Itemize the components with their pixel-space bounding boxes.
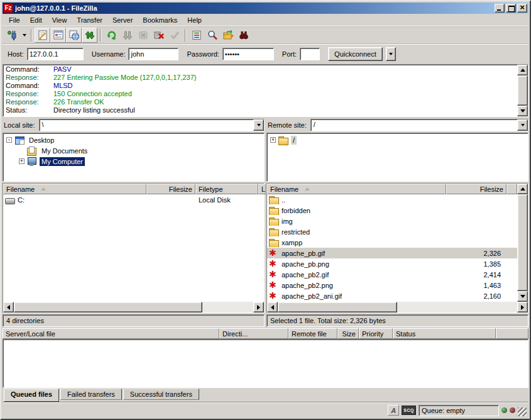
scrollbar-thumb[interactable] <box>517 194 528 291</box>
column-header-filesize[interactable]: Filesize <box>146 184 195 194</box>
tab-queued-files[interactable]: Queued files <box>4 389 59 402</box>
column-header-directi[interactable]: Directi... <box>219 328 288 339</box>
scroll-left-button[interactable] <box>267 302 278 312</box>
close-button[interactable] <box>517 4 527 13</box>
column-header-remote-file[interactable]: Remote file <box>288 328 337 339</box>
toggle-transfer-queue-button[interactable] <box>82 28 97 43</box>
toggle-remote-tree-button[interactable] <box>66 28 82 43</box>
scrollbar-track[interactable] <box>202 302 253 312</box>
menu-item-server[interactable]: Server <box>107 15 138 25</box>
tab-failed-transfers[interactable]: Failed transfers <box>60 389 122 400</box>
username-input[interactable] <box>128 48 178 60</box>
file-row-c[interactable]: C:Local Disk <box>3 194 264 205</box>
scroll-up-button[interactable] <box>517 65 528 75</box>
remote-horizontal-scrollbar[interactable] <box>267 302 528 312</box>
menu-item-help[interactable]: Help <box>182 15 207 25</box>
menu-item-bookmarks[interactable]: Bookmarks <box>138 15 182 25</box>
menu-item-edit[interactable]: Edit <box>25 15 47 25</box>
column-header-size[interactable]: Size <box>337 328 359 339</box>
expand-icon[interactable]: + <box>270 137 276 143</box>
menu-item-view[interactable]: View <box>47 15 72 25</box>
quickconnect-dropdown-button[interactable] <box>386 47 396 61</box>
process-queue-button[interactable] <box>119 28 135 43</box>
scrollbar-thumb[interactable] <box>14 302 202 312</box>
combo-dropdown-button[interactable] <box>253 119 264 131</box>
log-line-text: 227 Entering Passive Mode (127,0,0,1,17,… <box>53 74 196 82</box>
column-header-server-local-file[interactable]: Server/Local file <box>3 328 219 339</box>
file-search-button[interactable] <box>204 28 220 43</box>
toggle-local-tree-button[interactable] <box>50 28 66 43</box>
tree-item-desktop[interactable]: -Desktop <box>4 135 263 145</box>
find-files-button[interactable] <box>236 28 251 43</box>
queue-header: Server/Local fileDirecti...Remote fileSi… <box>3 328 528 339</box>
chevron-down-icon <box>23 34 26 38</box>
scroll-down-button[interactable] <box>517 291 528 302</box>
maximize-button[interactable] <box>506 4 516 13</box>
menu-item-transfer[interactable]: Transfer <box>72 15 107 25</box>
file-row-apache-pb-gif[interactable]: apache_pb.gif2,326 <box>267 248 517 258</box>
local-horizontal-scrollbar[interactable] <box>3 302 264 312</box>
file-row-apache-pb2-ani-gif[interactable]: apache_pb2_ani.gif2,160 <box>267 290 517 301</box>
collapse-icon[interactable]: - <box>6 137 12 143</box>
filename-filters-button[interactable] <box>189 28 204 43</box>
cancel-operation-button[interactable] <box>135 28 151 43</box>
tree-item-item[interactable]: +/ <box>268 135 527 145</box>
column-header-filesize[interactable]: Filesize <box>446 184 506 194</box>
log-scrollbar[interactable] <box>517 65 528 116</box>
disconnect-button[interactable] <box>151 28 167 43</box>
password-input[interactable] <box>222 48 274 60</box>
transfer-type-indicator[interactable]: A <box>388 405 399 416</box>
column-header-filetype[interactable]: Filetype <box>195 184 258 194</box>
image-icon <box>269 270 279 279</box>
column-header-filename[interactable]: Filename <box>3 184 146 194</box>
log-line-label: Status: <box>6 106 53 114</box>
scroll-left-button[interactable] <box>3 302 14 312</box>
port-input[interactable] <box>300 48 320 60</box>
scrollbar-thumb[interactable] <box>517 75 528 106</box>
file-row-apache-pb2-gif[interactable]: apache_pb2.gif2,414 <box>267 269 517 280</box>
log-line-text: MLSD <box>53 82 73 90</box>
scrollbar-thumb[interactable] <box>278 302 397 312</box>
site-manager-dropdown-button[interactable] <box>20 28 28 43</box>
scroll-up-button[interactable] <box>517 184 528 194</box>
scq-indicator[interactable]: SCQ <box>402 406 416 415</box>
remote-site-combo[interactable]: / <box>310 119 528 131</box>
scroll-down-button[interactable] <box>517 106 528 116</box>
file-row-xampp[interactable]: xampp <box>267 237 517 248</box>
desktop-icon <box>14 136 25 145</box>
cancel-icon <box>138 30 149 41</box>
scrollbar-track[interactable] <box>397 302 517 312</box>
local-site-combo[interactable]: \ <box>39 119 265 131</box>
refresh-button[interactable] <box>104 28 119 43</box>
tree-item-my-computer[interactable]: +My Computer <box>4 156 263 167</box>
file-row-forbidden[interactable]: forbidden <box>267 205 517 216</box>
directory-comparison-button[interactable] <box>167 28 182 43</box>
scroll-right-button[interactable] <box>517 302 528 312</box>
remote-list-body: ..forbiddenimgrestrictedxamppapache_pb.g… <box>267 194 517 302</box>
scroll-right-button[interactable] <box>253 302 264 312</box>
file-row-apache-pb-png[interactable]: apache_pb.png1,385 <box>267 258 517 269</box>
menu-item-file[interactable]: File <box>4 15 25 25</box>
tree-item-my-documents[interactable]: My Documents <box>4 145 263 156</box>
expand-icon[interactable]: + <box>19 158 25 164</box>
toggle-message-log-button[interactable] <box>35 28 50 43</box>
combo-dropdown-button[interactable] <box>517 119 528 131</box>
toolbar-separator <box>185 29 186 41</box>
minimize-button[interactable] <box>495 4 505 13</box>
column-header-priority[interactable]: Priority <box>359 328 393 339</box>
column-header-label: Directi... <box>222 330 248 338</box>
file-row-item[interactable]: .. <box>267 194 517 205</box>
quickconnect-button[interactable]: Quickconnect <box>328 47 383 61</box>
site-manager-button[interactable] <box>4 28 20 43</box>
synchronized-browsing-button[interactable] <box>220 28 236 43</box>
host-input[interactable] <box>27 48 84 60</box>
remote-vertical-scrollbar[interactable] <box>517 184 528 302</box>
resize-grip[interactable] <box>518 407 527 416</box>
file-row-img[interactable]: img <box>267 216 517 226</box>
file-row-apache-pb2-png[interactable]: apache_pb2.png1,463 <box>267 280 517 290</box>
file-row-restricted[interactable]: restricted <box>267 226 517 237</box>
column-header-status[interactable]: Status <box>393 328 496 339</box>
title-bar: Fz john@127.0.0.1 - FileZilla <box>3 3 528 14</box>
tab-successful-transfers[interactable]: Successful transfers <box>123 389 199 400</box>
column-header-filename[interactable]: Filename <box>267 184 446 194</box>
